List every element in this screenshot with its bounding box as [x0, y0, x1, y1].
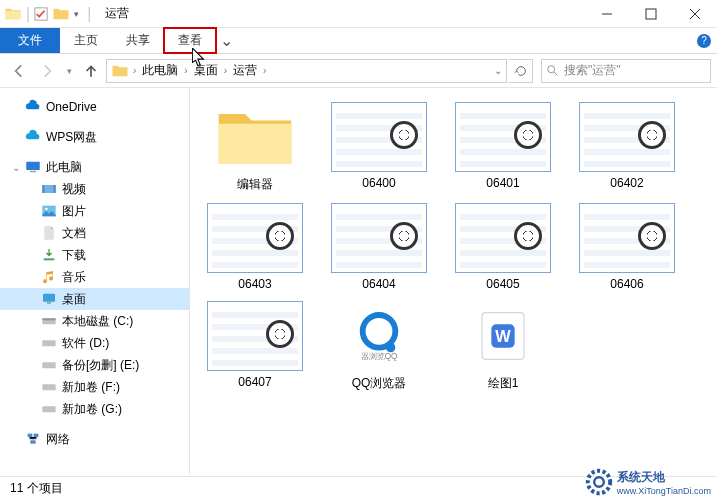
item-label: 06406 [610, 277, 643, 291]
video-thumb [455, 102, 551, 172]
svg-text:器浏览QQ: 器浏览QQ [361, 352, 398, 361]
file-item[interactable]: 06406 [572, 203, 682, 291]
video-thumb [331, 203, 427, 273]
item-label: 06407 [238, 375, 271, 389]
item-label: 06402 [610, 176, 643, 190]
item-label: 06401 [486, 176, 519, 190]
back-button[interactable] [6, 58, 32, 84]
sidebar-video[interactable]: 视频 [0, 178, 189, 200]
sidebar-fdrive[interactable]: 新加卷 (F:) [0, 376, 189, 398]
folder-icon-small [52, 5, 70, 23]
qat-divider: | [87, 5, 91, 23]
quick-access-toolbar: | ▾ | 运营 [0, 5, 133, 23]
sidebar-desktop[interactable]: 桌面 [0, 288, 189, 310]
svg-rect-16 [42, 362, 55, 368]
file-item[interactable]: W绘图1 [448, 301, 558, 392]
tab-view[interactable]: 查看 [164, 28, 216, 53]
svg-rect-4 [30, 171, 36, 173]
svg-point-22 [363, 315, 396, 348]
svg-point-23 [386, 343, 395, 352]
video-thumb [579, 102, 675, 172]
svg-rect-14 [42, 318, 55, 320]
tab-home[interactable]: 主页 [60, 28, 112, 53]
svg-rect-20 [34, 434, 39, 437]
file-item[interactable]: 06400 [324, 102, 434, 193]
svg-rect-17 [42, 384, 55, 390]
sidebar-thispc[interactable]: ⌄此电脑 [0, 156, 189, 178]
folder-icon [4, 5, 22, 23]
file-item[interactable]: 06405 [448, 203, 558, 291]
doc-icon: W [455, 301, 551, 371]
ribbon-tabs: 文件 主页 共享 查看 ⌄ ? [0, 28, 717, 54]
file-item[interactable]: 06402 [572, 102, 682, 193]
svg-rect-19 [28, 434, 33, 437]
file-item[interactable]: 06403 [200, 203, 310, 291]
svg-point-2 [548, 65, 555, 72]
search-icon [546, 64, 560, 78]
svg-rect-12 [47, 302, 51, 303]
video-thumb [331, 102, 427, 172]
breadcrumb-chevron[interactable]: › [261, 65, 268, 76]
item-label: 06405 [486, 277, 519, 291]
file-item[interactable]: 编辑器 [200, 102, 310, 193]
file-item[interactable]: 06404 [324, 203, 434, 291]
recent-dropdown[interactable]: ▾ [62, 58, 76, 84]
breadcrumb-thispc[interactable]: 此电脑 [138, 62, 182, 79]
svg-point-9 [45, 208, 48, 211]
forward-button[interactable] [34, 58, 60, 84]
help-button[interactable]: ? [691, 28, 717, 53]
up-button[interactable] [78, 58, 104, 84]
maximize-button[interactable] [629, 0, 673, 28]
svg-rect-21 [30, 440, 35, 443]
window-title: 运营 [105, 5, 129, 22]
video-thumb [579, 203, 675, 273]
qat-dropdown[interactable]: ▾ [74, 9, 79, 19]
sidebar-cdrive[interactable]: 本地磁盘 (C:) [0, 310, 189, 332]
svg-rect-18 [42, 406, 55, 412]
sidebar-onedrive[interactable]: OneDrive [0, 96, 189, 118]
item-label: 编辑器 [237, 176, 273, 193]
sidebar-wps[interactable]: WPS网盘 [0, 126, 189, 148]
svg-rect-15 [42, 340, 55, 346]
sidebar-network[interactable]: 网络 [0, 428, 189, 450]
breadcrumb-chevron[interactable]: › [182, 65, 189, 76]
file-item[interactable]: 06407 [200, 301, 310, 392]
folder-icon [111, 62, 129, 80]
ribbon-expand-button[interactable]: ⌄ [216, 28, 236, 53]
tab-share[interactable]: 共享 [112, 28, 164, 53]
sidebar-music[interactable]: 音乐 [0, 266, 189, 288]
svg-rect-11 [43, 294, 55, 302]
sidebar-downloads[interactable]: 下载 [0, 244, 189, 266]
file-item[interactable]: 06401 [448, 102, 558, 193]
svg-rect-10 [44, 258, 55, 260]
search-input[interactable]: 搜索"运营" [541, 59, 711, 83]
status-bar: 11 个项目 [0, 476, 717, 500]
refresh-button[interactable] [509, 59, 533, 83]
close-button[interactable] [673, 0, 717, 28]
address-dropdown[interactable]: ⌄ [492, 65, 504, 76]
file-item[interactable]: 器浏览QQQQ浏览器 [324, 301, 434, 392]
tab-file[interactable]: 文件 [0, 28, 60, 53]
breadcrumb-chevron[interactable]: › [222, 65, 229, 76]
address-bar[interactable]: › 此电脑 › 桌面 › 运营 › ⌄ [106, 59, 507, 83]
sidebar-pictures[interactable]: 图片 [0, 200, 189, 222]
breadcrumb-desktop[interactable]: 桌面 [190, 62, 222, 79]
checkbox-icon[interactable] [34, 7, 48, 21]
svg-rect-6 [42, 185, 44, 193]
breadcrumb-current[interactable]: 运营 [229, 62, 261, 79]
item-label: 06404 [362, 277, 395, 291]
video-thumb [455, 203, 551, 273]
content-pane[interactable]: 编辑器0640006401064020640306404064050640606… [190, 88, 717, 474]
item-label: QQ浏览器 [352, 375, 407, 392]
sidebar-edrive[interactable]: 备份[勿删] (E:) [0, 354, 189, 376]
minimize-button[interactable] [585, 0, 629, 28]
sidebar-ddrive[interactable]: 软件 (D:) [0, 332, 189, 354]
svg-rect-7 [54, 185, 56, 193]
sidebar-documents[interactable]: 文档 [0, 222, 189, 244]
item-label: 06400 [362, 176, 395, 190]
item-count: 11 个项目 [10, 480, 63, 497]
sidebar-gdrive[interactable]: 新加卷 (G:) [0, 398, 189, 420]
title-bar: | ▾ | 运营 [0, 0, 717, 28]
svg-rect-1 [646, 9, 656, 19]
breadcrumb-chevron[interactable]: › [131, 65, 138, 76]
